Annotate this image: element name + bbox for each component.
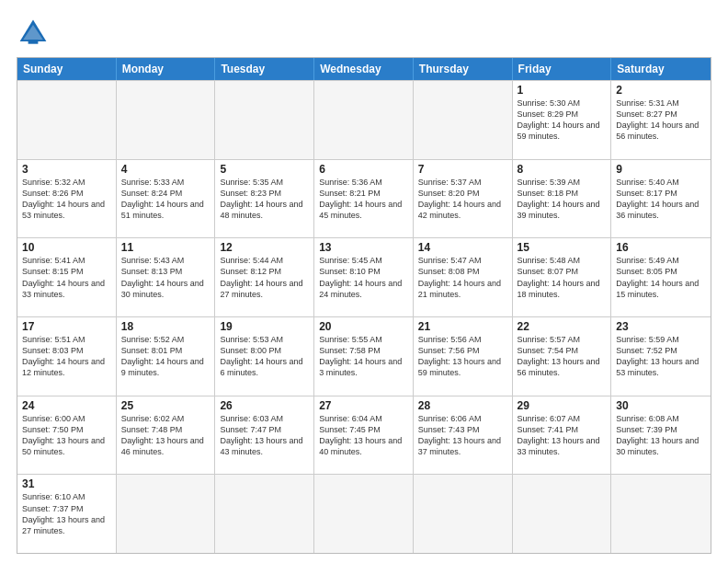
calendar-cell: 22Sunrise: 5:57 AM Sunset: 7:54 PM Dayli… xyxy=(513,317,612,396)
calendar-cell: 11Sunrise: 5:43 AM Sunset: 8:13 PM Dayli… xyxy=(117,238,216,316)
calendar-cell: 14Sunrise: 5:47 AM Sunset: 8:08 PM Dayli… xyxy=(414,238,513,316)
calendar-cell: 20Sunrise: 5:55 AM Sunset: 7:58 PM Dayli… xyxy=(314,317,414,396)
day-number: 23 xyxy=(616,320,706,333)
calendar-cell xyxy=(314,475,414,553)
day-info: Sunrise: 5:39 AM Sunset: 8:18 PM Dayligh… xyxy=(518,177,607,222)
logo-icon xyxy=(17,17,50,50)
calendar-cell: 18Sunrise: 5:52 AM Sunset: 8:01 PM Dayli… xyxy=(117,317,216,396)
day-info: Sunrise: 5:35 AM Sunset: 8:23 PM Dayligh… xyxy=(220,177,309,222)
day-number: 28 xyxy=(418,399,507,412)
calendar-week-3: 17Sunrise: 5:51 AM Sunset: 8:03 PM Dayli… xyxy=(17,316,711,396)
day-info: Sunrise: 6:04 AM Sunset: 7:45 PM Dayligh… xyxy=(319,413,408,458)
calendar-cell: 6Sunrise: 5:36 AM Sunset: 8:21 PM Daylig… xyxy=(314,160,414,238)
calendar-cell: 5Sunrise: 5:35 AM Sunset: 8:23 PM Daylig… xyxy=(215,160,314,238)
day-number: 8 xyxy=(518,163,607,176)
day-number: 16 xyxy=(616,241,706,254)
calendar-cell xyxy=(215,81,314,159)
calendar-cell: 13Sunrise: 5:45 AM Sunset: 8:10 PM Dayli… xyxy=(314,238,414,316)
day-info: Sunrise: 5:33 AM Sunset: 8:24 PM Dayligh… xyxy=(121,177,210,222)
day-info: Sunrise: 5:40 AM Sunset: 8:17 PM Dayligh… xyxy=(616,177,706,222)
day-info: Sunrise: 5:49 AM Sunset: 8:05 PM Dayligh… xyxy=(616,255,706,300)
calendar-cell: 4Sunrise: 5:33 AM Sunset: 8:24 PM Daylig… xyxy=(117,160,216,238)
calendar-week-5: 31Sunrise: 6:10 AM Sunset: 7:37 PM Dayli… xyxy=(17,474,711,553)
day-number: 18 xyxy=(121,320,210,333)
day-number: 20 xyxy=(319,320,408,333)
day-number: 4 xyxy=(121,163,210,176)
day-info: Sunrise: 5:41 AM Sunset: 8:15 PM Dayligh… xyxy=(22,255,111,300)
day-info: Sunrise: 5:43 AM Sunset: 8:13 PM Dayligh… xyxy=(121,255,210,300)
header-day-friday: Friday xyxy=(513,58,612,80)
day-info: Sunrise: 5:47 AM Sunset: 8:08 PM Dayligh… xyxy=(418,255,507,300)
day-info: Sunrise: 5:55 AM Sunset: 7:58 PM Dayligh… xyxy=(319,334,408,379)
day-number: 10 xyxy=(22,241,111,254)
calendar-cell: 21Sunrise: 5:56 AM Sunset: 7:56 PM Dayli… xyxy=(414,317,513,396)
day-number: 3 xyxy=(22,163,111,176)
day-number: 13 xyxy=(319,241,408,254)
day-number: 7 xyxy=(418,163,507,176)
calendar-cell xyxy=(215,475,314,553)
calendar-cell: 10Sunrise: 5:41 AM Sunset: 8:15 PM Dayli… xyxy=(17,238,117,316)
day-number: 30 xyxy=(616,399,706,412)
calendar-cell xyxy=(314,81,414,159)
day-info: Sunrise: 6:10 AM Sunset: 7:37 PM Dayligh… xyxy=(22,491,111,536)
header xyxy=(17,17,711,50)
calendar-cell: 15Sunrise: 5:48 AM Sunset: 8:07 PM Dayli… xyxy=(513,238,612,316)
day-info: Sunrise: 5:51 AM Sunset: 8:03 PM Dayligh… xyxy=(22,334,111,379)
day-number: 14 xyxy=(418,241,507,254)
calendar-cell: 8Sunrise: 5:39 AM Sunset: 8:18 PM Daylig… xyxy=(513,160,612,238)
header-day-monday: Monday xyxy=(117,58,216,80)
day-number: 29 xyxy=(518,399,607,412)
calendar-cell xyxy=(414,81,513,159)
calendar-body: 1Sunrise: 5:30 AM Sunset: 8:29 PM Daylig… xyxy=(17,80,711,553)
calendar: SundayMondayTuesdayWednesdayThursdayFrid… xyxy=(17,57,711,554)
calendar-week-1: 3Sunrise: 5:32 AM Sunset: 8:26 PM Daylig… xyxy=(17,159,711,238)
calendar-cell: 27Sunrise: 6:04 AM Sunset: 7:45 PM Dayli… xyxy=(314,396,414,475)
day-number: 1 xyxy=(518,84,607,97)
calendar-cell: 3Sunrise: 5:32 AM Sunset: 8:26 PM Daylig… xyxy=(17,160,117,238)
day-info: Sunrise: 5:53 AM Sunset: 8:00 PM Dayligh… xyxy=(220,334,309,379)
calendar-cell: 2Sunrise: 5:31 AM Sunset: 8:27 PM Daylig… xyxy=(611,81,711,159)
day-info: Sunrise: 5:56 AM Sunset: 7:56 PM Dayligh… xyxy=(418,334,507,379)
day-info: Sunrise: 6:08 AM Sunset: 7:39 PM Dayligh… xyxy=(616,413,706,458)
day-number: 11 xyxy=(121,241,210,254)
calendar-cell: 7Sunrise: 5:37 AM Sunset: 8:20 PM Daylig… xyxy=(414,160,513,238)
calendar-cell: 23Sunrise: 5:59 AM Sunset: 7:52 PM Dayli… xyxy=(611,317,711,396)
day-number: 21 xyxy=(418,320,507,333)
header-day-sunday: Sunday xyxy=(17,58,117,80)
calendar-cell: 9Sunrise: 5:40 AM Sunset: 8:17 PM Daylig… xyxy=(611,160,711,238)
day-info: Sunrise: 5:36 AM Sunset: 8:21 PM Dayligh… xyxy=(319,177,408,222)
day-number: 27 xyxy=(319,399,408,412)
calendar-cell: 31Sunrise: 6:10 AM Sunset: 7:37 PM Dayli… xyxy=(17,475,117,553)
calendar-cell: 29Sunrise: 6:07 AM Sunset: 7:41 PM Dayli… xyxy=(513,396,612,475)
calendar-cell: 16Sunrise: 5:49 AM Sunset: 8:05 PM Dayli… xyxy=(611,238,711,316)
day-info: Sunrise: 6:02 AM Sunset: 7:48 PM Dayligh… xyxy=(121,413,210,458)
calendar-week-2: 10Sunrise: 5:41 AM Sunset: 8:15 PM Dayli… xyxy=(17,237,711,316)
calendar-cell: 30Sunrise: 6:08 AM Sunset: 7:39 PM Dayli… xyxy=(611,396,711,475)
day-info: Sunrise: 6:03 AM Sunset: 7:47 PM Dayligh… xyxy=(220,413,309,458)
calendar-cell xyxy=(117,81,216,159)
header-day-saturday: Saturday xyxy=(611,58,711,80)
day-info: Sunrise: 5:52 AM Sunset: 8:01 PM Dayligh… xyxy=(121,334,210,379)
day-number: 17 xyxy=(22,320,111,333)
day-info: Sunrise: 5:44 AM Sunset: 8:12 PM Dayligh… xyxy=(220,255,309,300)
day-number: 19 xyxy=(220,320,309,333)
svg-rect-2 xyxy=(28,40,39,44)
day-info: Sunrise: 5:30 AM Sunset: 8:29 PM Dayligh… xyxy=(518,98,607,143)
day-number: 26 xyxy=(220,399,309,412)
day-info: Sunrise: 5:48 AM Sunset: 8:07 PM Dayligh… xyxy=(518,255,607,300)
calendar-cell xyxy=(611,475,711,553)
calendar-cell xyxy=(414,475,513,553)
day-number: 22 xyxy=(518,320,607,333)
calendar-cell: 17Sunrise: 5:51 AM Sunset: 8:03 PM Dayli… xyxy=(17,317,117,396)
day-number: 5 xyxy=(220,163,309,176)
calendar-cell: 28Sunrise: 6:06 AM Sunset: 7:43 PM Dayli… xyxy=(414,396,513,475)
day-info: Sunrise: 5:45 AM Sunset: 8:10 PM Dayligh… xyxy=(319,255,408,300)
day-info: Sunrise: 5:57 AM Sunset: 7:54 PM Dayligh… xyxy=(518,334,607,379)
day-number: 6 xyxy=(319,163,408,176)
day-info: Sunrise: 5:59 AM Sunset: 7:52 PM Dayligh… xyxy=(616,334,706,379)
calendar-header-row: SundayMondayTuesdayWednesdayThursdayFrid… xyxy=(17,58,711,80)
day-info: Sunrise: 5:32 AM Sunset: 8:26 PM Dayligh… xyxy=(22,177,111,222)
day-number: 9 xyxy=(616,163,706,176)
day-info: Sunrise: 6:07 AM Sunset: 7:41 PM Dayligh… xyxy=(518,413,607,458)
logo xyxy=(17,17,55,50)
